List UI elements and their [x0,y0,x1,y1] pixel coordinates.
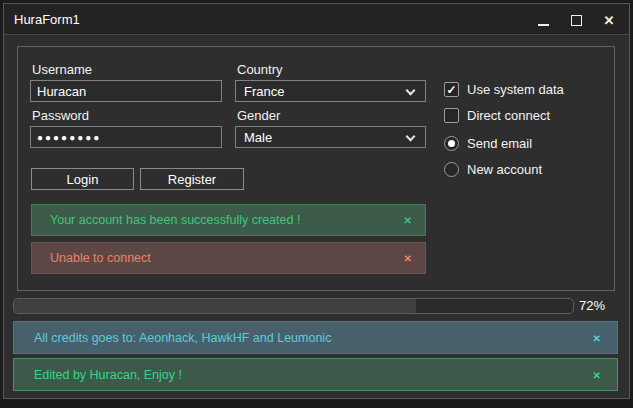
progress-fill [14,299,416,313]
alert-success-text: Your account has been successfully creat… [50,213,300,227]
alert-close-icon[interactable]: ✕ [593,369,601,380]
checkbox-box: ✓ [444,108,459,123]
check-icon: ✓ [446,84,456,96]
checkbox-direct-connect[interactable]: ✓ Direct connect [444,108,550,123]
register-button[interactable]: Register [140,168,244,190]
password-input[interactable] [30,126,222,148]
gender-label: Gender [237,108,280,123]
radio-new-account[interactable]: New account [444,162,542,177]
checkbox-use-system-data[interactable]: ✓ Use system data [444,82,564,97]
radio-send-email[interactable]: Send email [444,136,532,151]
radio-circle [444,162,459,177]
alert-info: All credits goes to: Aeonhack, HawkHF an… [13,321,618,354]
close-button[interactable]: ✕ [598,10,620,30]
alert-close-icon[interactable]: ✕ [404,215,412,226]
login-button[interactable]: Login [31,168,134,190]
gender-selected-value: Male [244,130,272,145]
alert-credits: Edited by Huracan, Enjoy ! ✕ [13,358,618,391]
app-window: HuraForm1 ✕ Username Password Country Fr… [3,3,630,399]
alert-info-text: All credits goes to: Aeonhack, HawkHF an… [34,331,331,345]
progress-percent-label: 72% [579,298,627,314]
title-bar: HuraForm1 ✕ [4,4,629,35]
chevron-down-icon [406,132,416,142]
maximize-button[interactable] [565,10,587,30]
maximize-icon [571,15,582,26]
gender-select[interactable]: Male [235,126,426,148]
alert-credits-text: Edited by Huracan, Enjoy ! [34,368,182,382]
alert-error-text: Unable to connect [50,251,151,265]
alert-close-icon[interactable]: ✕ [404,253,412,264]
radio-dot-icon [448,140,455,147]
alert-error: Unable to connect ✕ [31,242,426,274]
alert-success: Your account has been successfully creat… [31,204,426,236]
username-input[interactable] [30,80,222,102]
chevron-down-icon [406,86,416,96]
checkbox-label: Use system data [467,82,564,97]
checkbox-box: ✓ [444,82,459,97]
alert-close-icon[interactable]: ✕ [593,332,601,343]
password-label: Password [32,108,89,123]
close-icon: ✕ [604,14,615,27]
radio-label: New account [467,162,542,177]
country-label: Country [237,62,283,77]
checkbox-label: Direct connect [467,108,550,123]
country-select[interactable]: France [235,80,426,102]
minimize-icon [538,24,549,26]
username-label: Username [32,62,92,77]
progress-bar [13,298,574,314]
radio-circle [444,136,459,151]
radio-label: Send email [467,136,532,151]
minimize-button[interactable] [532,10,554,30]
window-title: HuraForm1 [14,12,80,27]
country-selected-value: France [244,84,284,99]
